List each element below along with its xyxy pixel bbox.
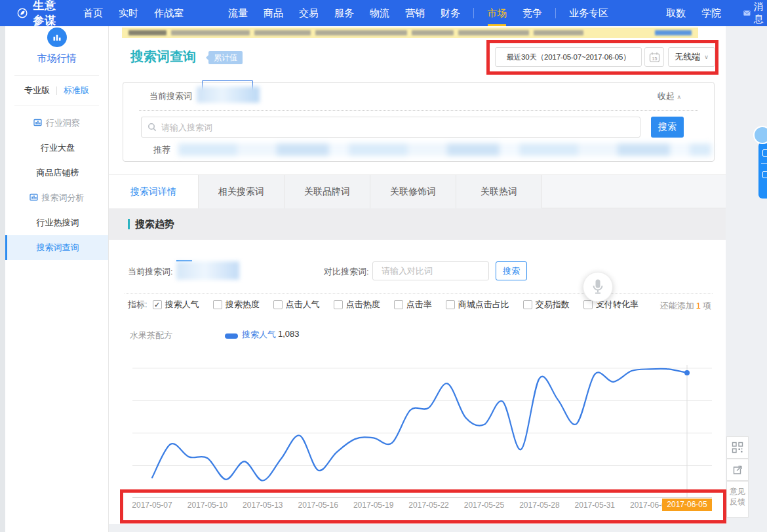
x-axis-tick-label: 2017-05-10 (178, 501, 237, 510)
nav-item[interactable]: 物流 (370, 0, 389, 26)
sidebar-group-label: 搜索词分析 (5, 185, 108, 210)
banner-link-blurred[interactable] (655, 30, 692, 35)
tab[interactable]: 关联品牌词 (285, 175, 370, 209)
checkbox-unchecked-icon[interactable] (394, 300, 403, 309)
hover-point (684, 370, 690, 375)
metric-label: 商城点击占比 (458, 299, 509, 311)
metric-checkbox-item[interactable]: 商城点击占比 (446, 299, 509, 311)
trend-section-title: 搜索趋势 (135, 218, 174, 231)
share-export-button[interactable] (726, 459, 749, 481)
device-selector-dropdown[interactable]: 无线端 ∨ (668, 47, 715, 67)
group-label-text: 行业洞察 (46, 117, 80, 129)
sidebar-item[interactable]: 商品店铺榜 (5, 161, 108, 185)
search-button[interactable]: 搜索 (651, 117, 684, 138)
recommend-blurred-terms[interactable] (178, 143, 711, 156)
brand-name: 生意参谋 (33, 0, 65, 28)
qr-code-icon (732, 442, 743, 453)
metric-checkbox-item[interactable]: ✓搜索人气 (153, 299, 199, 311)
divider (56, 86, 57, 95)
sidebar-item[interactable]: 搜索词查询 (5, 235, 108, 260)
checkbox-checked-icon[interactable]: ✓ (153, 300, 162, 309)
checkbox-unchecked-icon[interactable] (446, 300, 455, 309)
checkbox-unchecked-icon[interactable] (583, 300, 593, 309)
nav-item[interactable]: 作战室 (154, 0, 184, 26)
page-title: 搜索词查询 (130, 48, 196, 66)
metric-label: 点击人气 (286, 299, 320, 311)
voice-assistant-button[interactable] (583, 272, 613, 302)
nav-item[interactable]: 交易 (299, 0, 319, 26)
nav-item[interactable]: 营销 (405, 0, 425, 26)
nav-divider (555, 8, 556, 18)
nav-item[interactable]: 财务 (441, 0, 460, 26)
metric-label: 点击热度 (346, 299, 380, 311)
tab-filler (542, 175, 726, 208)
metric-checkbox-item[interactable]: 搜索热度 (213, 299, 260, 311)
share-export-icon (732, 464, 743, 476)
checkbox-unchecked-icon[interactable] (523, 300, 532, 309)
x-axis-labels: 2017-05-072017-05-102017-05-132017-05-16… (109, 501, 726, 511)
detail-tabs: 搜索词详情相关搜索词关联品牌词关联修饰词关联热词 (109, 174, 726, 208)
search-input[interactable] (161, 123, 634, 132)
tab[interactable]: 搜索词详情 (109, 175, 199, 209)
version-tab[interactable]: 专业版 (24, 85, 50, 96)
banner-blurred-text (128, 30, 167, 35)
nav-item[interactable]: 市场 (487, 0, 507, 26)
legend-series-name[interactable]: 搜索人气 (242, 329, 276, 341)
messages-label: 消息 (754, 1, 767, 26)
checkbox-unchecked-icon[interactable] (213, 300, 222, 309)
collapse-toggle[interactable]: 收起 ∧ (658, 90, 681, 102)
tab[interactable]: 相关搜索词 (199, 175, 285, 209)
metrics-label: 指标: (128, 299, 148, 311)
assistant-mascot-icon[interactable] (753, 126, 767, 144)
metric-label: 搜索热度 (226, 299, 260, 311)
nav-group-tools: 取数学院 (658, 0, 729, 26)
feedback-button[interactable]: 意见反馈 (726, 481, 749, 518)
nav-item[interactable]: 服务 (334, 0, 354, 26)
checkbox-unchecked-icon[interactable] (334, 300, 343, 309)
nav-item[interactable]: 业务专区 (569, 0, 608, 26)
nav-divider (473, 8, 474, 18)
metric-label: 交易指数 (536, 299, 570, 311)
tab[interactable]: 关联热词 (456, 175, 542, 209)
sidebar-item[interactable]: 行业大盘 (5, 136, 108, 161)
legend-line-marker[interactable] (225, 333, 238, 339)
notice-banner[interactable] (122, 28, 698, 38)
metric-checkbox-item[interactable]: 点击人气 (273, 299, 320, 311)
dotted-divider (139, 110, 698, 111)
category-chart-icon (33, 118, 42, 128)
trend-current-blurred-value (176, 260, 239, 280)
nav-item[interactable]: 实时 (119, 0, 138, 26)
qr-code-button[interactable] (726, 436, 749, 459)
banner-blurred-text (254, 30, 311, 35)
compare-input[interactable] (382, 266, 497, 276)
nav-item[interactable]: 取数 (666, 0, 686, 26)
nav-item[interactable]: 商品 (264, 0, 283, 26)
brand-logo[interactable]: 生意参谋 (17, 0, 65, 28)
compare-search-button[interactable]: 搜索 (496, 261, 527, 280)
nav-item[interactable]: 流量 (228, 0, 248, 26)
version-tab[interactable]: 标准版 (64, 85, 89, 96)
envelope-icon (743, 9, 751, 17)
checkbox-unchecked-icon[interactable] (273, 300, 283, 309)
date-range-button[interactable]: 最近30天（2017-05-07~2017-06-05） (495, 47, 642, 67)
calendar-button[interactable]: 15 (644, 47, 664, 67)
metric-checkbox-item[interactable]: 交易指数 (523, 299, 570, 311)
version-switcher: 专业版标准版 (14, 76, 99, 105)
sidebar-item[interactable]: 行业热搜词 (5, 210, 108, 235)
nav-item[interactable]: 学院 (701, 0, 721, 26)
trend-chart[interactable] (109, 362, 726, 501)
banner-blurred-text (534, 30, 583, 35)
x-axis-tick-label: 2017-05-25 (454, 501, 513, 510)
metric-checkbox-item[interactable]: 点击率 (394, 299, 432, 311)
side-toolbar-partial[interactable] (758, 142, 767, 199)
metric-checkbox-item[interactable]: 点击热度 (334, 299, 380, 311)
search-input-wrapper (141, 117, 640, 138)
messages-button[interactable]: 消息 (743, 1, 767, 26)
trend-chart-svg (109, 362, 726, 501)
tab[interactable]: 关联修饰词 (370, 175, 456, 209)
nav-item[interactable]: 首页 (83, 0, 103, 26)
brand-logo-icon (17, 5, 28, 21)
nav-item[interactable]: 竞争 (522, 0, 542, 26)
metric-label: 点击率 (406, 299, 432, 311)
compare-input-wrapper (372, 261, 489, 280)
